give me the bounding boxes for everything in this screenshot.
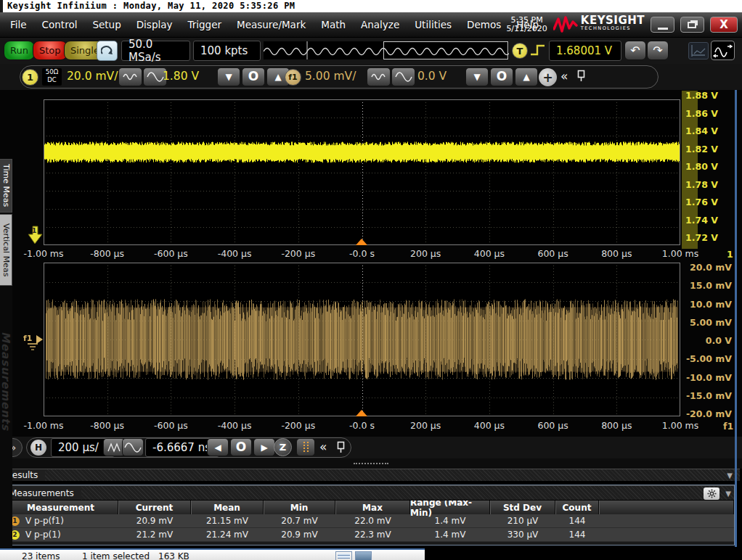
- function1-offset-up-button[interactable]: ▲: [515, 67, 538, 86]
- preview-window-box[interactable]: [383, 41, 508, 59]
- undo-button[interactable]: ↶: [624, 41, 646, 60]
- measurement-name: V p-p(1): [25, 530, 61, 540]
- horizontal-badge[interactable]: H: [30, 440, 46, 456]
- menu-item-demos[interactable]: Demos: [467, 19, 501, 30]
- stop-button[interactable]: Stop: [33, 41, 68, 60]
- panel-splitter[interactable]: [0, 458, 742, 469]
- add-waveform-button[interactable]: +: [539, 68, 557, 86]
- arrow-up-icon: ▲: [523, 72, 529, 82]
- menu-item-file[interactable]: File: [10, 19, 27, 30]
- measurements-settings-button[interactable]: [704, 487, 719, 500]
- channel1-offset[interactable]: 1.80 V: [163, 70, 199, 83]
- function1-offset-down-button[interactable]: ▼: [465, 67, 489, 86]
- chevron-down-icon[interactable]: ▼: [725, 490, 731, 498]
- top-time-axis: -1.00 ms-800 µs-600 µs-400 µs-200 µs-0.0…: [0, 248, 742, 260]
- delay-right-button[interactable]: ▶: [253, 438, 275, 456]
- channel1-badge[interactable]: 1: [22, 69, 38, 86]
- function1-badge[interactable]: f1: [285, 69, 301, 86]
- column-header-range-max-min[interactable]: Range (Max-Min): [410, 501, 490, 514]
- channel1-coupling[interactable]: 50Ω DC: [42, 68, 62, 86]
- acquisition-preview[interactable]: [264, 41, 509, 59]
- function1-ground-marker-icon[interactable]: f1: [22, 329, 45, 357]
- results-panel-header[interactable]: Results ▼: [1, 469, 740, 482]
- column-header-max[interactable]: Max: [335, 501, 410, 514]
- trigger-level-display[interactable]: 1.68001 V: [549, 41, 621, 61]
- time-axis-label: -600 µs: [154, 420, 188, 431]
- channel1-scale[interactable]: 20.0 mV/: [67, 70, 118, 83]
- column-header-min[interactable]: Min: [264, 501, 335, 514]
- trigger-time-marker-icon[interactable]: [356, 410, 367, 416]
- y-axis-label: 1.82 V: [685, 144, 732, 155]
- menu-item-utilities[interactable]: Utilities: [415, 19, 452, 30]
- thumbnail-view-icon[interactable]: [355, 551, 372, 560]
- delay-zero-button[interactable]: O: [230, 438, 252, 456]
- close-button[interactable]: X: [710, 17, 738, 33]
- menu-item-control[interactable]: Control: [42, 19, 78, 30]
- display-mode-icon[interactable]: [688, 42, 709, 59]
- measurements-table-body: 1V p-p(f1)20.9 mV21.15 mV20.7 mV22.0 mV1…: [4, 514, 734, 542]
- channel1-offset-zero-button[interactable]: O: [242, 67, 265, 86]
- channel1-offset-down-button[interactable]: ▼: [217, 67, 240, 86]
- waveform-scaling-button[interactable]: [711, 41, 735, 60]
- function1-scale[interactable]: 5.00 mV/: [305, 70, 356, 83]
- top-graticule: [44, 99, 680, 245]
- minimize-button[interactable]: [651, 17, 674, 33]
- trigger-time-marker-icon[interactable]: [356, 239, 367, 245]
- menu-item-setup[interactable]: Setup: [92, 19, 121, 30]
- channel1-ground-marker-icon[interactable]: 1: [26, 225, 44, 248]
- measurement-name: V p-p(f1): [25, 516, 64, 526]
- delay-left-button[interactable]: ◀: [207, 438, 229, 456]
- chevron-down-icon[interactable]: ▼: [727, 472, 733, 479]
- column-header-std-dev[interactable]: Std Dev: [490, 501, 555, 514]
- zoom-button[interactable]: Z: [274, 438, 292, 456]
- sample-rate-display[interactable]: 50.0 MSa/s: [121, 41, 190, 61]
- time-axis-label: -0.0 s: [349, 248, 375, 259]
- function1-scale-coarse-button[interactable]: [367, 67, 391, 86]
- function1-offset-zero-button[interactable]: O: [490, 67, 513, 86]
- top-axis-channel-marker: 1: [727, 249, 733, 260]
- menu-item-display[interactable]: Display: [136, 19, 173, 30]
- arrow-left-icon: ◀: [214, 442, 221, 453]
- menu-item-trigger[interactable]: Trigger: [187, 19, 221, 30]
- restore-button[interactable]: [680, 17, 704, 33]
- clear-display-button[interactable]: [97, 41, 118, 61]
- time-axis-label: 1.00 ms: [662, 248, 699, 259]
- vertical-controls-bar: 1 50Ω DC 20.0 mV/ 1.80 V ▼ O ▲ f1 5.00 m…: [0, 64, 742, 90]
- column-header-count[interactable]: Count: [555, 501, 599, 514]
- measurements-panel-header[interactable]: Measurements ▼: [4, 485, 734, 501]
- pin-icon[interactable]: [577, 70, 586, 85]
- timebase-expand-button[interactable]: [122, 438, 144, 456]
- collapse-chevrons-icon[interactable]: «: [319, 440, 327, 454]
- redo-button[interactable]: ↷: [647, 41, 669, 60]
- column-header-mean[interactable]: Mean: [191, 501, 264, 514]
- list-view-icon[interactable]: [335, 551, 352, 560]
- arrow-up-icon: ▲: [274, 72, 281, 82]
- sidebar-tab-time-meas[interactable]: Time Meas: [0, 159, 12, 213]
- measurement-name-cell: 1V p-p(f1): [4, 514, 118, 527]
- function1-scale-fine-button[interactable]: [391, 67, 415, 86]
- acquisition-toolbar: Run Stop Single 50.0 MSa/s 100 kpts T 1.…: [0, 38, 742, 64]
- selected-count: 1 item selected: [82, 551, 150, 560]
- menu-item-math[interactable]: Math: [321, 19, 346, 30]
- measurement-row-v-p-p-f1[interactable]: 1V p-p(f1)20.9 mV21.15 mV20.7 mV22.0 mV1…: [4, 514, 734, 528]
- run-button[interactable]: Run: [4, 41, 35, 60]
- segmented-memory-button[interactable]: [296, 438, 315, 456]
- pin-icon[interactable]: [337, 441, 346, 456]
- time-axis-label: 200 µs: [410, 420, 441, 431]
- sidebar-tab-vertical-meas[interactable]: Vertical Meas: [0, 214, 12, 286]
- measurement-value: 144: [555, 514, 599, 527]
- collapse-chevrons-icon[interactable]: «: [560, 69, 568, 83]
- function1-offset[interactable]: 0.0 V: [417, 70, 447, 83]
- memory-depth-display[interactable]: 100 kpts: [193, 41, 261, 61]
- measurement-row-v-p-p-1[interactable]: 2V p-p(1)21.2 mV21.24 mV20.9 mV22.3 mV1.…: [4, 528, 734, 542]
- channel1-scale-coarse-button[interactable]: [118, 67, 142, 86]
- y-axis-label: 1.88 V: [685, 91, 732, 101]
- time-axis-label: -600 µs: [154, 248, 188, 259]
- clock: 5:35 PM 5/11/2020: [506, 16, 547, 33]
- menu-item-analyze[interactable]: Analyze: [361, 19, 399, 30]
- column-header-current[interactable]: Current: [118, 501, 191, 514]
- trigger-source-badge[interactable]: T: [512, 43, 528, 59]
- column-header-measurement[interactable]: Measurement: [4, 501, 118, 514]
- measurements-title: Measurements: [4, 486, 81, 500]
- menu-item-measure-mark[interactable]: Measure/Mark: [237, 19, 306, 30]
